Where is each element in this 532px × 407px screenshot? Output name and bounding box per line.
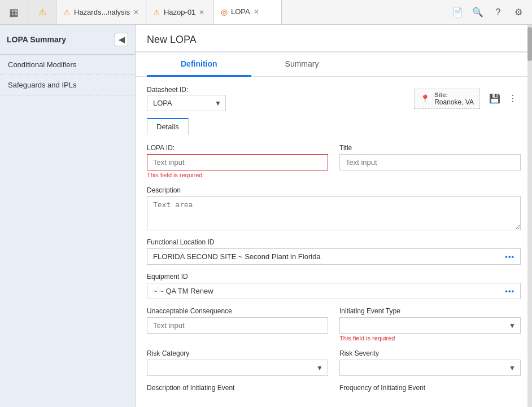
tab-lopa[interactable]: ◎ LOPA ✕: [214, 0, 282, 24]
risk-category-group: Risk Category ▼: [147, 349, 328, 376]
dashboard-tab-icon[interactable]: ▦: [0, 0, 28, 24]
details-tab[interactable]: Details: [147, 118, 189, 135]
site-info-box: 📍 Site: Roanoke, VA: [414, 89, 480, 109]
page-title: New LOPA: [136, 25, 532, 52]
risk-category-select[interactable]: [147, 360, 328, 375]
initiating-event-type-label: Initiating Event Type: [339, 307, 521, 315]
sidebar: LOPA Summary ◀ Conditional Modifiers Saf…: [0, 25, 136, 407]
risk-severity-select[interactable]: [340, 360, 520, 375]
description-initiating-event-group: Description of Initiating Event: [147, 384, 328, 394]
datasheet-select-wrapper: LOPA ▼: [147, 95, 226, 111]
section-tabs: Definition Summary: [136, 52, 532, 77]
initiating-desc-freq-row: Description of Initiating Event Frequenc…: [147, 384, 521, 394]
frequency-initiating-event-group: Frequency of Initiating Event: [339, 384, 521, 394]
description-row: Description: [147, 186, 521, 230]
functional-location-lookup-button[interactable]: •••: [505, 252, 514, 261]
more-options-icon[interactable]: ⋮: [505, 91, 521, 107]
initiating-event-type-field: ▼: [339, 317, 521, 334]
frequency-initiating-event-label: Frequency of Initiating Event: [339, 384, 521, 392]
consequence-event-row: Unacceptable Consequence Initiating Even…: [147, 307, 521, 342]
settings-icon[interactable]: ⚙: [509, 3, 527, 21]
equipment-id-lookup-button[interactable]: •••: [505, 287, 514, 295]
tab-hazop-label: Hazop-01: [164, 8, 195, 16]
hazards-tab-icon: ⚠: [63, 8, 71, 17]
location-pin-icon: 📍: [420, 94, 430, 103]
description-textarea[interactable]: [147, 196, 521, 230]
main-layout: LOPA Summary ◀ Conditional Modifiers Saf…: [0, 25, 532, 407]
description-group: Description: [147, 186, 521, 230]
equipment-id-label: Equipment ID: [147, 273, 521, 281]
unacceptable-consequence-group: Unacceptable Consequence: [147, 307, 328, 342]
risk-category-label: Risk Category: [147, 349, 328, 357]
help-icon[interactable]: ?: [489, 3, 507, 21]
functional-location-row: Functional Location ID FLORIDA SECOND SI…: [147, 238, 521, 265]
unacceptable-consequence-label: Unacceptable Consequence: [147, 307, 328, 315]
lopa-id-title-row: LOPA ID: This field is required Title: [147, 144, 521, 178]
sidebar-item-safeguards-ipls[interactable]: Safeguards and IPLs: [0, 75, 135, 95]
tab-hazards-close[interactable]: ✕: [133, 8, 139, 16]
tab-lopa-label: LOPA: [231, 7, 250, 16]
functional-location-value: FLORIDA SECOND SITE ~ Second Plant in Fl…: [153, 252, 502, 261]
lopa-id-input[interactable]: [147, 154, 328, 170]
risk-row: Risk Category ▼ Risk Severity ▼: [147, 349, 521, 376]
sidebar-title: LOPA Summary: [7, 35, 66, 44]
equipment-id-row: Equipment ID ~ ~ QA TM Renew •••: [147, 273, 521, 299]
hazop-tab-icon: ⚠: [153, 8, 160, 17]
tab-definition[interactable]: Definition: [147, 52, 251, 77]
sidebar-header: LOPA Summary ◀: [0, 25, 135, 55]
risk-severity-label: Risk Severity: [339, 349, 521, 357]
sidebar-collapse-button[interactable]: ◀: [115, 33, 128, 46]
details-tab-strip: Details: [147, 118, 521, 135]
description-label: Description: [147, 186, 521, 194]
equipment-id-group: Equipment ID ~ ~ QA TM Renew •••: [147, 273, 521, 299]
form-area: Datasheet ID: LOPA ▼ 📍 Site: Roanoke, VA: [136, 77, 532, 407]
doc-icon[interactable]: 📄: [448, 3, 466, 21]
functional-location-field[interactable]: FLORIDA SECOND SITE ~ Second Plant in Fl…: [147, 248, 521, 265]
site-details: Site: Roanoke, VA: [434, 91, 474, 106]
equipment-id-value: ~ ~ QA TM Renew: [153, 287, 502, 295]
datasheet-id-group: Datasheet ID: LOPA ▼: [147, 86, 226, 111]
risk-severity-field: ▼: [339, 360, 521, 376]
initiating-event-type-group: Initiating Event Type ▼ This field is re…: [339, 307, 521, 342]
lopa-id-group: LOPA ID: This field is required: [147, 144, 328, 178]
datasheet-row: Datasheet ID: LOPA ▼ 📍 Site: Roanoke, VA: [147, 86, 521, 111]
search-icon[interactable]: 🔍: [469, 3, 487, 21]
datasheet-select[interactable]: LOPA: [147, 95, 226, 111]
scrollbar[interactable]: [527, 25, 532, 407]
tree-tab-icon[interactable]: ⚠: [28, 0, 56, 24]
sidebar-item-conditional-modifiers[interactable]: Conditional Modifiers: [0, 55, 135, 75]
tab-bar: ▦ ⚠ ⚠ Hazards...nalysis ✕ ⚠ Hazop-01 ✕ ◎…: [0, 0, 532, 25]
initiating-event-type-select[interactable]: [340, 318, 520, 333]
equipment-id-field[interactable]: ~ ~ QA TM Renew •••: [147, 283, 521, 299]
initiating-event-type-error: This field is required: [339, 335, 521, 342]
tab-hazop-close[interactable]: ✕: [199, 8, 204, 16]
title-label: Title: [339, 144, 521, 152]
save-icon[interactable]: 💾: [487, 91, 503, 107]
tab-hazards[interactable]: ⚠ Hazards...nalysis ✕: [56, 0, 146, 24]
tab-lopa-close[interactable]: ✕: [254, 8, 259, 16]
action-icons: 💾 ⋮: [487, 91, 521, 107]
datasheet-id-label: Datasheet ID:: [147, 86, 226, 94]
tab-summary[interactable]: Summary: [251, 52, 353, 77]
title-group: Title: [339, 144, 521, 178]
functional-location-group: Functional Location ID FLORIDA SECOND SI…: [147, 238, 521, 265]
title-input[interactable]: [339, 154, 521, 170]
risk-severity-group: Risk Severity ▼: [339, 349, 521, 376]
lopa-id-error: This field is required: [147, 172, 328, 178]
unacceptable-consequence-input[interactable]: [147, 317, 328, 334]
risk-category-field: ▼: [147, 360, 328, 376]
lopa-id-label: LOPA ID:: [147, 144, 328, 152]
lopa-tab-icon: ◎: [221, 7, 228, 16]
top-right-icons: 📄 🔍 ? ⚙: [444, 0, 532, 24]
functional-location-label: Functional Location ID: [147, 238, 521, 246]
tab-hazards-label: Hazards...nalysis: [74, 8, 130, 16]
scrollbar-thumb[interactable]: [527, 27, 532, 61]
content-area: New LOPA Definition Summary Datasheet ID…: [136, 25, 532, 407]
tab-hazop[interactable]: ⚠ Hazop-01 ✕: [146, 0, 214, 24]
description-initiating-event-label: Description of Initiating Event: [147, 384, 328, 392]
